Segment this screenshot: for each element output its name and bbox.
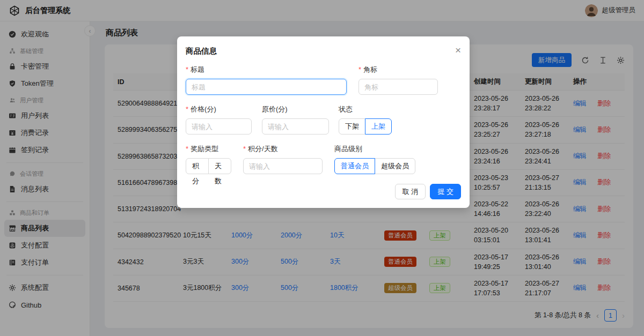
level-field-label: 商品级别	[334, 144, 415, 154]
title-field-label: *标题	[186, 65, 347, 74]
submit-button[interactable]: 提 交	[430, 184, 461, 199]
price-field-label: *价格(分)	[186, 104, 252, 114]
origin-price-field-label: 原价(分)	[262, 104, 329, 114]
status-option-off-shelf[interactable]: 下架	[339, 118, 365, 135]
badge-input[interactable]	[358, 79, 438, 95]
status-field-label: 状态	[339, 104, 392, 114]
status-segmented: 下架 上架	[339, 118, 392, 135]
points-field-label: *积分/天数	[243, 144, 323, 154]
level-option-normal[interactable]: 普通会员	[334, 158, 375, 174]
status-option-on-shelf[interactable]: 上架	[365, 118, 392, 135]
level-segmented: 普通会员 超级会员	[334, 158, 415, 174]
price-input[interactable]	[186, 118, 252, 135]
badge-field-label: *角标	[358, 65, 438, 74]
origin-price-input[interactable]	[262, 118, 329, 135]
reward-option-days[interactable]: 天数	[208, 158, 231, 174]
product-info-modal: 商品信息 × *标题 *角标 *价格(分) 原价(分) 状态 下架 上架	[177, 36, 470, 208]
reward-type-segmented: 积分 天数	[186, 158, 231, 174]
points-input[interactable]	[243, 158, 323, 174]
reward-type-field-label: *奖励类型	[186, 144, 231, 154]
reward-option-points[interactable]: 积分	[186, 158, 209, 174]
modal-title: 商品信息	[186, 46, 217, 56]
title-input[interactable]	[186, 79, 347, 95]
cancel-button[interactable]: 取 消	[395, 184, 426, 199]
level-option-super[interactable]: 超级会员	[375, 158, 415, 174]
close-icon[interactable]: ×	[455, 45, 461, 55]
